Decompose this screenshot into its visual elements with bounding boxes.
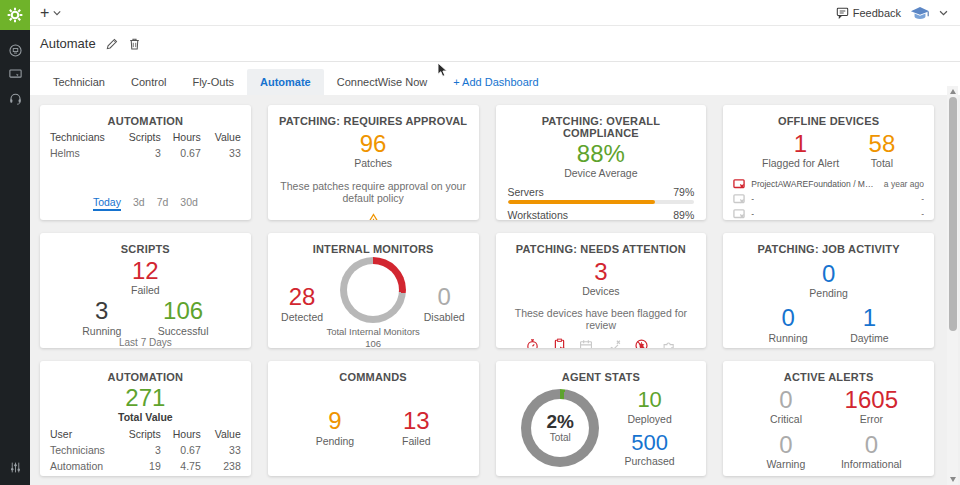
tab-connectwise-now[interactable]: ConnectWise Now <box>324 69 440 95</box>
monitor-x-icon <box>733 194 745 205</box>
agents-donut-chart: 2% Total <box>521 389 599 467</box>
error-count: 1605 <box>829 387 914 413</box>
vertical-scrollbar[interactable] <box>947 86 958 485</box>
dashboard-title-bar: Automate <box>30 26 960 62</box>
deployed-count: 10 <box>627 388 671 412</box>
critical-count: 0 <box>743 387 828 413</box>
add-dashboard-button[interactable]: + Add Dashboard <box>440 69 551 95</box>
workstations-compliance-bar: Workstations 89% <box>508 209 695 220</box>
card-title: PATCHING: JOB ACTIVITY <box>733 243 924 255</box>
failed-count: 12 <box>50 258 241 284</box>
col-header: Technicians <box>50 129 121 145</box>
bug-blocked-icon[interactable] <box>634 338 649 348</box>
gear-icon <box>6 6 24 24</box>
nav-support-headset-icon[interactable] <box>0 86 30 110</box>
offline-device-row: - - <box>733 207 924 220</box>
puzzle-icon[interactable] <box>662 338 676 348</box>
range-7d-link[interactable]: 7d <box>157 196 169 211</box>
col-header: Value <box>201 426 241 442</box>
running-count: 3 <box>82 298 121 324</box>
total-count: 58 <box>869 131 896 157</box>
col-header: Scripts <box>121 129 161 145</box>
detected-count: 28 <box>278 284 327 310</box>
tab-fly-outs[interactable]: Fly-Outs <box>179 69 247 95</box>
card-title: PATCHING: REQUIRES APPROVAL <box>278 115 469 127</box>
avatar[interactable] <box>909 5 931 21</box>
card-active-alerts: ACTIVE ALERTS 0 Critical 1605 Error 0 Wa… <box>723 361 934 476</box>
scrollbar-thumb[interactable] <box>949 97 957 331</box>
feedback-label: Feedback <box>853 7 901 19</box>
review-note: These devices have been flagged for revi… <box>506 307 697 331</box>
automation-table: User Scripts Hours Value Technicians 3 0… <box>50 426 241 476</box>
donut-caption: Total Internal Monitors 106 <box>326 326 419 348</box>
total-value: 271 <box>50 385 241 411</box>
scroll-up-arrow-icon[interactable] <box>950 89 956 94</box>
col-header: Hours <box>161 129 201 145</box>
card-internal-monitors: INTERNAL MONITORS 28 Detected Total Inte… <box>268 233 479 348</box>
col-header: User <box>50 426 121 442</box>
monitors-donut-chart <box>340 257 406 323</box>
edit-pencil-icon[interactable] <box>105 37 119 51</box>
account-chevron-down-icon[interactable] <box>939 10 948 16</box>
new-item-button[interactable]: + <box>40 5 61 21</box>
calendar-icon[interactable] <box>579 338 593 348</box>
card-title: ACTIVE ALERTS <box>733 371 924 383</box>
table-row: Technicians 3 0.67 33 <box>50 442 241 458</box>
delete-trash-icon[interactable] <box>128 37 141 51</box>
successful-count: 106 <box>158 298 209 324</box>
card-title: COMMANDS <box>278 371 469 383</box>
pending-count: 0 <box>733 261 924 287</box>
dashboard-tabs: Technician Control Fly-Outs Automate Con… <box>30 62 960 95</box>
card-title: PATCHING: OVERALL COMPLIANCE <box>506 115 697 139</box>
approval-note: These patches require approval on your d… <box>278 180 469 204</box>
top-bar: + Feedback <box>30 0 960 26</box>
chart-x-icon[interactable] <box>606 338 621 348</box>
page-title: Automate <box>40 36 96 51</box>
flagged-devices-count: 3 <box>506 259 697 285</box>
dashboard-grid: AUTOMATION Technicians Scripts Hours Val… <box>30 95 960 485</box>
card-title: AUTOMATION <box>50 115 241 127</box>
scroll-down-arrow-icon[interactable] <box>950 477 956 482</box>
offline-device-row[interactable]: ProjectAWAREFoundation / Main Office / S… <box>733 177 924 192</box>
plus-icon: + <box>40 5 49 21</box>
range-footer: Last 7 Days <box>50 337 241 348</box>
monitor-x-icon <box>733 209 745 220</box>
card-patching-requires-approval: PATCHING: REQUIRES APPROVAL 96 Patches T… <box>268 105 479 220</box>
range-30d-link[interactable]: 30d <box>180 196 198 211</box>
stopwatch-icon[interactable] <box>525 338 540 348</box>
top-bar-right: Feedback <box>836 5 948 21</box>
chevron-down-icon <box>53 10 61 16</box>
range-today-link[interactable]: Today <box>93 196 121 211</box>
automate-logo[interactable] <box>0 0 30 30</box>
offline-device-row: - - <box>733 192 924 207</box>
nav-computers-icon[interactable] <box>0 62 30 86</box>
warning-count: 0 <box>743 432 828 458</box>
card-automation-today: AUTOMATION Technicians Scripts Hours Val… <box>40 105 251 220</box>
sidebar <box>0 0 30 485</box>
pending-count: 9 <box>316 408 355 434</box>
feedback-bubble-icon <box>836 7 849 19</box>
filter-sliders-icon[interactable] <box>0 455 30 479</box>
range-links: Today 3d 7d 30d <box>50 196 241 214</box>
app-window: + Feedback Automate <box>0 0 960 485</box>
disabled-count: 0 <box>420 284 469 310</box>
card-title: PATCHING: NEEDS ATTENTION <box>506 243 697 255</box>
automation-table: Technicians Scripts Hours Value Helms 3 … <box>50 129 241 161</box>
daytime-count: 1 <box>850 305 889 331</box>
card-patching-overall-compliance: PATCHING: OVERALL COMPLIANCE 88% Device … <box>496 105 707 220</box>
flagged-count: 1 <box>762 131 839 157</box>
col-header: Value <box>201 129 241 145</box>
warning-triangle-icon[interactable] <box>365 213 382 220</box>
card-patching-job-activity: PATCHING: JOB ACTIVITY 0 Pending 0 Runni… <box>723 233 934 348</box>
card-patching-needs-attention: PATCHING: NEEDS ATTENTION 3 Devices Thes… <box>496 233 707 348</box>
tab-technician[interactable]: Technician <box>40 69 118 95</box>
feedback-button[interactable]: Feedback <box>836 7 901 19</box>
tab-automate[interactable]: Automate <box>247 69 324 95</box>
nav-monitoring-icon[interactable] <box>0 38 30 62</box>
card-scripts: SCRIPTS 12 Failed 3 Running 106 Successf… <box>40 233 251 348</box>
card-commands: COMMANDS 9 Pending 13 Failed <box>268 361 479 476</box>
tab-control[interactable]: Control <box>118 69 179 95</box>
range-3d-link[interactable]: 3d <box>133 196 145 211</box>
table-row: Automation System 19 4.75 238 <box>50 458 241 476</box>
clipboard-x-icon[interactable] <box>553 338 566 348</box>
